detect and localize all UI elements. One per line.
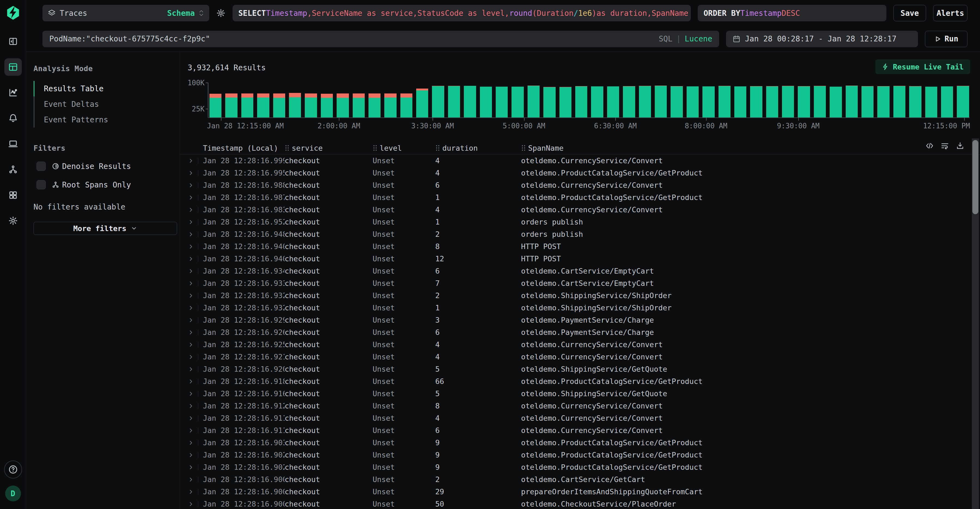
- expand-row-icon[interactable]: [188, 378, 194, 385]
- histogram-bar[interactable]: [814, 86, 826, 117]
- drag-handle-icon[interactable]: [521, 144, 526, 152]
- table-row[interactable]: Jan 28 12:28:16.995 PMcheckoutUnset4otel…: [180, 167, 969, 179]
- table-row[interactable]: Jan 28 12:28:16.900 PMcheckoutUnset29pre…: [180, 485, 969, 498]
- expand-row-icon[interactable]: [188, 255, 194, 262]
- table-row[interactable]: Jan 28 12:28:16.988 PMcheckoutUnset6otel…: [180, 179, 969, 191]
- table-row[interactable]: Jan 28 12:28:16.900 PMcheckoutUnset2otel…: [180, 473, 969, 485]
- expand-row-icon[interactable]: [188, 231, 194, 238]
- histogram-bar[interactable]: [893, 86, 905, 117]
- user-avatar[interactable]: D: [5, 485, 21, 501]
- histogram-bar[interactable]: [432, 86, 444, 117]
- histogram-bar[interactable]: [719, 86, 730, 117]
- histogram-bar[interactable]: [687, 86, 698, 117]
- histogram-bar[interactable]: [830, 87, 842, 117]
- column-header-spanname[interactable]: SpanName: [521, 144, 947, 152]
- root-spans-checkbox[interactable]: [37, 180, 46, 189]
- histogram-bar[interactable]: [655, 86, 667, 117]
- date-range-picker[interactable]: Jan 28 00:28:17 - Jan 28 12:28:17: [726, 31, 918, 47]
- histogram-bar[interactable]: [273, 93, 285, 117]
- table-row[interactable]: Jan 28 12:28:16.932 PMcheckoutUnset2otel…: [180, 289, 969, 302]
- table-row[interactable]: Jan 28 12:28:16.911 PMcheckoutUnset6otel…: [180, 424, 969, 437]
- expand-row-icon[interactable]: [188, 158, 194, 164]
- expand-row-icon[interactable]: [188, 488, 194, 495]
- expand-row-icon[interactable]: [188, 194, 194, 201]
- histogram-bar[interactable]: [798, 86, 810, 117]
- more-filters-button[interactable]: More filters: [33, 222, 177, 235]
- table-row[interactable]: Jan 28 12:28:16.929 PMcheckoutUnset3otel…: [180, 314, 969, 326]
- app-logo-icon[interactable]: [5, 5, 21, 21]
- alerts-bell-icon[interactable]: [4, 110, 22, 127]
- expand-row-icon[interactable]: [188, 439, 194, 446]
- table-row[interactable]: Jan 28 12:28:16.902 PMcheckoutUnset9otel…: [180, 449, 969, 461]
- histogram-bar[interactable]: [862, 86, 873, 117]
- expand-row-icon[interactable]: [188, 354, 194, 360]
- histogram-bar[interactable]: [353, 93, 365, 117]
- scrollbar-thumb[interactable]: [972, 140, 978, 214]
- histogram-bar[interactable]: [925, 87, 937, 117]
- expand-row-icon[interactable]: [188, 501, 194, 507]
- help-icon[interactable]: [4, 461, 22, 479]
- search-results-icon[interactable]: [4, 58, 22, 76]
- histogram-bar[interactable]: [591, 86, 603, 117]
- settings-gear-icon[interactable]: [4, 212, 22, 230]
- column-header-service[interactable]: service: [285, 144, 372, 152]
- histogram-bar[interactable]: [671, 86, 682, 117]
- services-map-icon[interactable]: [4, 161, 22, 178]
- expand-row-icon[interactable]: [188, 317, 194, 324]
- analysis-mode-item-event-patterns[interactable]: Event Patterns: [33, 112, 180, 128]
- source-settings-gear-icon[interactable]: [216, 8, 226, 18]
- histogram-bar[interactable]: [846, 86, 858, 117]
- source-select[interactable]: Traces Schema: [43, 5, 209, 21]
- histogram-bar[interactable]: [957, 86, 969, 117]
- histogram-bar[interactable]: [241, 93, 253, 117]
- table-row[interactable]: Jan 28 12:28:16.952 PMcheckoutUnset1orde…: [180, 216, 969, 228]
- histogram-bar[interactable]: [909, 86, 921, 117]
- analysis-mode-item-event-deltas[interactable]: Event Deltas: [33, 96, 180, 112]
- table-row[interactable]: Jan 28 12:28:16.933 PMcheckoutUnset7otel…: [180, 277, 969, 289]
- histogram-bar[interactable]: [384, 93, 396, 117]
- expand-row-icon[interactable]: [188, 292, 194, 299]
- filter-root-spans[interactable]: Root Spans Only: [33, 180, 180, 189]
- histogram-bar[interactable]: [321, 94, 333, 117]
- histogram-bar[interactable]: [766, 86, 778, 117]
- table-row[interactable]: Jan 28 12:28:16.983 PMcheckoutUnset4otel…: [180, 204, 969, 216]
- table-row[interactable]: Jan 28 12:28:16.926 PMcheckoutUnset6otel…: [180, 326, 969, 338]
- alerts-button[interactable]: Alerts: [933, 5, 967, 21]
- table-row[interactable]: Jan 28 12:28:16.948 PMcheckoutUnset2orde…: [180, 228, 969, 240]
- save-button[interactable]: Save: [893, 5, 926, 21]
- drag-handle-icon[interactable]: [435, 144, 440, 152]
- expand-row-icon[interactable]: [188, 476, 194, 483]
- histogram-bar[interactable]: [639, 86, 651, 117]
- histogram-bar[interactable]: [400, 93, 412, 117]
- expand-row-icon[interactable]: [188, 170, 194, 176]
- search-input[interactable]: [49, 34, 654, 43]
- select-clause-editor[interactable]: SELECT Timestamp, ServiceName as service…: [232, 5, 691, 21]
- table-row[interactable]: Jan 28 12:28:16.987 PMcheckoutUnset1otel…: [180, 191, 969, 204]
- histogram-bar[interactable]: [512, 87, 523, 117]
- denoise-checkbox[interactable]: [37, 161, 46, 171]
- histogram-bar[interactable]: [257, 93, 269, 117]
- expand-row-icon[interactable]: [188, 280, 194, 287]
- client-sessions-icon[interactable]: [4, 135, 22, 153]
- analysis-mode-item-results-table[interactable]: Results Table: [33, 81, 180, 96]
- table-row[interactable]: Jan 28 12:28:16.920 PMcheckoutUnset5otel…: [180, 363, 969, 375]
- histogram-bar[interactable]: [782, 86, 794, 117]
- table-row[interactable]: Jan 28 12:28:16.921 PMcheckoutUnset4otel…: [180, 351, 969, 363]
- histogram-bar[interactable]: [543, 87, 555, 117]
- column-header-timestamp-local-[interactable]: Timestamp (Local): [203, 144, 285, 152]
- column-header-level[interactable]: level: [372, 144, 435, 152]
- histogram-bar[interactable]: [702, 86, 714, 117]
- expand-row-icon[interactable]: [188, 182, 194, 188]
- expand-row-icon[interactable]: [188, 268, 194, 274]
- expand-row-icon[interactable]: [188, 403, 194, 409]
- histogram-bar[interactable]: [734, 86, 746, 117]
- table-row[interactable]: Jan 28 12:28:16.940 PMcheckoutUnset8HTTP…: [180, 240, 969, 252]
- table-scrollbar[interactable]: [972, 139, 979, 509]
- table-row[interactable]: Jan 28 12:28:16.912 PMcheckoutUnset8otel…: [180, 400, 969, 412]
- expand-row-icon[interactable]: [188, 219, 194, 225]
- histogram-bar[interactable]: [607, 86, 619, 117]
- table-row[interactable]: Jan 28 12:28:16.934 PMcheckoutUnset6otel…: [180, 265, 969, 277]
- histogram-bar[interactable]: [560, 87, 571, 117]
- table-row[interactable]: Jan 28 12:28:16.902 PMcheckoutUnset9otel…: [180, 461, 969, 473]
- table-row[interactable]: Jan 28 12:28:16.999 PMcheckoutUnset4otel…: [180, 155, 969, 167]
